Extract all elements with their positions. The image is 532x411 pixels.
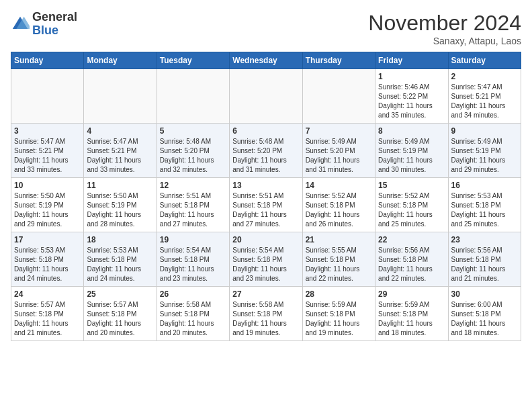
- calendar-cell: 21Sunrise: 5:55 AM Sunset: 5:18 PM Dayli…: [302, 232, 375, 287]
- day-number: 23: [451, 235, 518, 244]
- calendar-cell: 4Sunrise: 5:47 AM Sunset: 5:21 PM Daylig…: [84, 124, 157, 178]
- day-info: Sunrise: 5:54 AM Sunset: 5:18 PM Dayligh…: [232, 246, 299, 283]
- day-number: 14: [306, 181, 372, 190]
- page-header: General Blue November 2024 Sanaxy, Attap…: [11, 11, 521, 46]
- calendar-cell: 18Sunrise: 5:53 AM Sunset: 5:18 PM Dayli…: [84, 232, 157, 287]
- calendar-cell: 10Sunrise: 5:50 AM Sunset: 5:19 PM Dayli…: [11, 178, 84, 232]
- calendar-cell: 29Sunrise: 5:59 AM Sunset: 5:18 PM Dayli…: [375, 287, 448, 341]
- day-number: 4: [87, 126, 153, 136]
- day-info: Sunrise: 5:53 AM Sunset: 5:18 PM Dayligh…: [451, 191, 518, 229]
- day-info: Sunrise: 5:49 AM Sunset: 5:19 PM Dayligh…: [451, 137, 518, 175]
- calendar-cell: [230, 69, 302, 124]
- day-info: Sunrise: 5:50 AM Sunset: 5:19 PM Dayligh…: [87, 191, 153, 229]
- calendar-header-wednesday: Wednesday: [230, 52, 302, 69]
- calendar-cell: 7Sunrise: 5:49 AM Sunset: 5:20 PM Daylig…: [302, 124, 375, 178]
- calendar-cell: 17Sunrise: 5:53 AM Sunset: 5:18 PM Dayli…: [11, 232, 84, 287]
- day-info: Sunrise: 5:55 AM Sunset: 5:18 PM Dayligh…: [306, 246, 372, 283]
- calendar-cell: 27Sunrise: 5:58 AM Sunset: 5:18 PM Dayli…: [230, 287, 302, 341]
- day-info: Sunrise: 5:53 AM Sunset: 5:18 PM Dayligh…: [14, 246, 81, 283]
- day-info: Sunrise: 5:49 AM Sunset: 5:19 PM Dayligh…: [378, 137, 445, 175]
- day-info: Sunrise: 5:48 AM Sunset: 5:20 PM Dayligh…: [232, 137, 299, 175]
- calendar-header-saturday: Saturday: [448, 52, 521, 69]
- day-number: 19: [160, 235, 226, 244]
- calendar-week-row: 1Sunrise: 5:46 AM Sunset: 5:22 PM Daylig…: [11, 69, 521, 124]
- calendar-cell: 6Sunrise: 5:48 AM Sunset: 5:20 PM Daylig…: [230, 124, 302, 178]
- day-number: 13: [232, 181, 299, 190]
- day-info: Sunrise: 5:52 AM Sunset: 5:18 PM Dayligh…: [378, 191, 445, 229]
- logo-general-label: General: [32, 11, 77, 24]
- day-info: Sunrise: 5:46 AM Sunset: 5:22 PM Dayligh…: [378, 83, 445, 120]
- title-block: November 2024 Sanaxy, Attapu, Laos: [368, 11, 521, 46]
- day-info: Sunrise: 5:53 AM Sunset: 5:18 PM Dayligh…: [87, 246, 153, 283]
- day-number: 2: [451, 72, 518, 81]
- calendar-header-tuesday: Tuesday: [157, 52, 229, 69]
- day-info: Sunrise: 5:48 AM Sunset: 5:20 PM Dayligh…: [160, 137, 226, 175]
- day-number: 1: [378, 72, 445, 81]
- day-number: 28: [306, 289, 372, 299]
- calendar-cell: 12Sunrise: 5:51 AM Sunset: 5:18 PM Dayli…: [157, 178, 229, 232]
- calendar-cell: 5Sunrise: 5:48 AM Sunset: 5:20 PM Daylig…: [157, 124, 229, 178]
- calendar-cell: 14Sunrise: 5:52 AM Sunset: 5:18 PM Dayli…: [302, 178, 375, 232]
- logo: General Blue: [11, 11, 77, 38]
- day-info: Sunrise: 5:51 AM Sunset: 5:18 PM Dayligh…: [232, 191, 299, 229]
- day-number: 12: [160, 181, 226, 190]
- day-info: Sunrise: 5:54 AM Sunset: 5:18 PM Dayligh…: [160, 246, 226, 283]
- day-info: Sunrise: 5:56 AM Sunset: 5:18 PM Dayligh…: [378, 246, 445, 283]
- calendar-header-monday: Monday: [84, 52, 157, 69]
- day-info: Sunrise: 5:49 AM Sunset: 5:20 PM Dayligh…: [306, 137, 372, 175]
- day-info: Sunrise: 5:57 AM Sunset: 5:18 PM Dayligh…: [14, 300, 81, 338]
- day-number: 20: [232, 235, 299, 244]
- day-info: Sunrise: 5:47 AM Sunset: 5:21 PM Dayligh…: [87, 137, 153, 175]
- calendar-cell: 11Sunrise: 5:50 AM Sunset: 5:19 PM Dayli…: [84, 178, 157, 232]
- day-number: 6: [232, 126, 299, 136]
- calendar-header-thursday: Thursday: [302, 52, 375, 69]
- day-info: Sunrise: 5:51 AM Sunset: 5:18 PM Dayligh…: [160, 191, 226, 229]
- day-info: Sunrise: 5:58 AM Sunset: 5:18 PM Dayligh…: [160, 300, 226, 338]
- calendar-week-row: 10Sunrise: 5:50 AM Sunset: 5:19 PM Dayli…: [11, 178, 521, 232]
- calendar-cell: 26Sunrise: 5:58 AM Sunset: 5:18 PM Dayli…: [157, 287, 229, 341]
- day-number: 26: [160, 289, 226, 299]
- calendar-header-sunday: Sunday: [11, 52, 84, 69]
- logo-icon: [11, 15, 30, 34]
- day-number: 10: [14, 181, 81, 190]
- calendar-cell: 8Sunrise: 5:49 AM Sunset: 5:19 PM Daylig…: [375, 124, 448, 178]
- location-subtitle: Sanaxy, Attapu, Laos: [368, 36, 521, 46]
- calendar-cell: 13Sunrise: 5:51 AM Sunset: 5:18 PM Dayli…: [230, 178, 302, 232]
- calendar-week-row: 24Sunrise: 5:57 AM Sunset: 5:18 PM Dayli…: [11, 287, 521, 341]
- day-number: 24: [14, 289, 81, 299]
- day-number: 8: [378, 126, 445, 136]
- calendar-week-row: 17Sunrise: 5:53 AM Sunset: 5:18 PM Dayli…: [11, 232, 521, 287]
- calendar-cell: 19Sunrise: 5:54 AM Sunset: 5:18 PM Dayli…: [157, 232, 229, 287]
- day-info: Sunrise: 5:47 AM Sunset: 5:21 PM Dayligh…: [14, 137, 81, 175]
- day-number: 17: [14, 235, 81, 244]
- calendar-table: SundayMondayTuesdayWednesdayThursdayFrid…: [11, 52, 521, 341]
- calendar-cell: 2Sunrise: 5:47 AM Sunset: 5:21 PM Daylig…: [448, 69, 521, 124]
- calendar-cell: 1Sunrise: 5:46 AM Sunset: 5:22 PM Daylig…: [375, 69, 448, 124]
- day-number: 22: [378, 235, 445, 244]
- day-info: Sunrise: 5:52 AM Sunset: 5:18 PM Dayligh…: [306, 191, 372, 229]
- calendar-header-friday: Friday: [375, 52, 448, 69]
- day-number: 21: [306, 235, 372, 244]
- day-info: Sunrise: 6:00 AM Sunset: 5:18 PM Dayligh…: [451, 300, 518, 338]
- calendar-header-row: SundayMondayTuesdayWednesdayThursdayFrid…: [11, 52, 521, 69]
- day-info: Sunrise: 5:47 AM Sunset: 5:21 PM Dayligh…: [451, 83, 518, 120]
- logo-text: General Blue: [32, 11, 77, 38]
- day-number: 15: [378, 181, 445, 190]
- day-number: 3: [14, 126, 81, 136]
- calendar-cell: 23Sunrise: 5:56 AM Sunset: 5:18 PM Dayli…: [448, 232, 521, 287]
- calendar-cell: 22Sunrise: 5:56 AM Sunset: 5:18 PM Dayli…: [375, 232, 448, 287]
- calendar-cell: 30Sunrise: 6:00 AM Sunset: 5:18 PM Dayli…: [448, 287, 521, 341]
- calendar-cell: [302, 69, 375, 124]
- logo-blue-label: Blue: [32, 24, 77, 38]
- month-title: November 2024: [368, 11, 521, 36]
- calendar-cell: 28Sunrise: 5:59 AM Sunset: 5:18 PM Dayli…: [302, 287, 375, 341]
- calendar-week-row: 3Sunrise: 5:47 AM Sunset: 5:21 PM Daylig…: [11, 124, 521, 178]
- calendar-cell: 25Sunrise: 5:57 AM Sunset: 5:18 PM Dayli…: [84, 287, 157, 341]
- calendar-cell: [157, 69, 229, 124]
- calendar-cell: 3Sunrise: 5:47 AM Sunset: 5:21 PM Daylig…: [11, 124, 84, 178]
- day-number: 11: [87, 181, 153, 190]
- calendar-cell: 20Sunrise: 5:54 AM Sunset: 5:18 PM Dayli…: [230, 232, 302, 287]
- day-number: 29: [378, 289, 445, 299]
- day-number: 30: [451, 289, 518, 299]
- day-info: Sunrise: 5:56 AM Sunset: 5:18 PM Dayligh…: [451, 246, 518, 283]
